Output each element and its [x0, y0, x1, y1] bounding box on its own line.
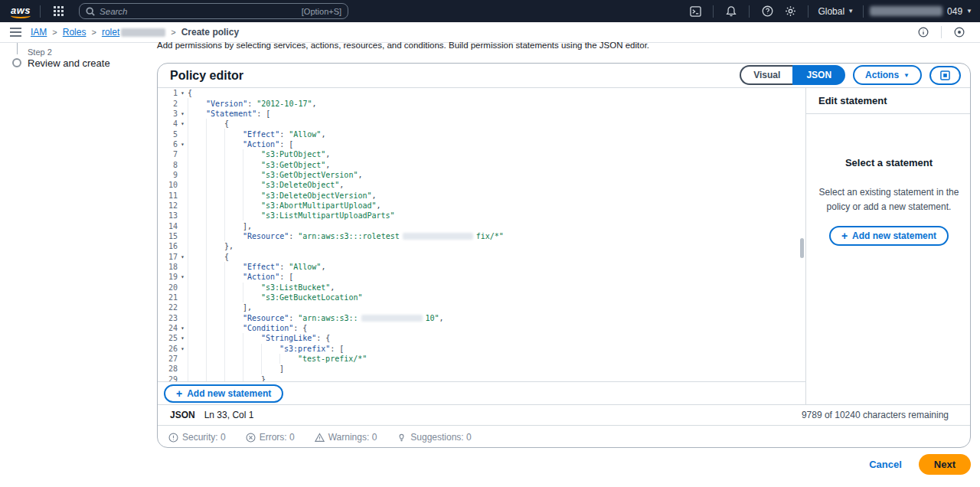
code-line[interactable]: 28]: [158, 364, 805, 374]
breadcrumb-roles[interactable]: Roles: [63, 27, 87, 38]
code-line[interactable]: 24▾"Condition": {: [158, 323, 805, 333]
code-line[interactable]: 20"s3:ListBucket",: [158, 283, 805, 293]
cloudshell-icon[interactable]: [684, 3, 707, 20]
code-line[interactable]: 14],: [158, 221, 805, 230]
breadcrumb-bar: IAM > Roles > rolet > Create policy: [0, 22, 980, 43]
editor-mode-toggle: Visual JSON: [740, 65, 845, 85]
code-line[interactable]: 3▾"Statement": [: [158, 109, 805, 119]
json-code-editor[interactable]: 1▾{2"Version": "2012-10-17",3▾"Statement…: [158, 88, 805, 381]
maximize-editor-button[interactable]: [929, 66, 961, 85]
warnings-count[interactable]: Warnings: 0: [315, 432, 377, 443]
step-name[interactable]: Review and create: [28, 57, 110, 69]
code-line[interactable]: 22],: [158, 302, 805, 312]
region-label: Global: [818, 6, 844, 17]
chevron-down-icon: ▼: [903, 72, 910, 79]
code-line[interactable]: 29}: [158, 374, 805, 381]
select-statement-empty-state: Select a statement Select an existing st…: [806, 157, 971, 246]
code-line[interactable]: 4▾{: [158, 119, 805, 129]
code-line[interactable]: 16},: [158, 241, 805, 251]
fold-arrow-icon[interactable]: ▾: [178, 253, 188, 260]
chevron-down-icon: ▼: [848, 8, 854, 15]
divider: [806, 113, 971, 114]
maximize-icon: [940, 70, 950, 80]
code-line[interactable]: 5"Effect": "Allow",: [158, 129, 805, 139]
code-line[interactable]: 12"s3:AbortMultipartUpload",: [158, 201, 805, 211]
preferences-circle-icon[interactable]: [948, 24, 971, 41]
code-line[interactable]: 2"Version": "2012-10-17",: [158, 98, 805, 108]
editor-scrollbar[interactable]: [800, 238, 804, 258]
search-icon: [86, 7, 95, 16]
fold-arrow-icon[interactable]: ▾: [178, 90, 188, 96]
code-line[interactable]: 18"Effect": "Allow",: [158, 262, 805, 272]
help-icon[interactable]: [756, 3, 779, 20]
divider: [40, 5, 41, 18]
account-menu[interactable]: 049 ▼: [870, 6, 972, 17]
warnings-icon: [315, 433, 325, 443]
code-line[interactable]: 15"Resource": "arn:aws:s3:::roletestfix/…: [158, 231, 805, 241]
fold-arrow-icon[interactable]: ▾: [178, 273, 188, 280]
search-placeholder: Search: [100, 7, 302, 16]
policy-editor-header: Policy editor Visual JSON Actions ▼: [158, 64, 970, 87]
fold-arrow-icon[interactable]: ▾: [178, 345, 188, 352]
add-new-statement-button[interactable]: + Add new statement: [164, 384, 283, 403]
region-selector[interactable]: Global ▼: [815, 6, 857, 17]
search-input[interactable]: Search [Option+S]: [79, 3, 348, 19]
visual-toggle-button[interactable]: Visual: [740, 65, 792, 85]
edit-statement-panel: Edit statement Select a statement Select…: [806, 88, 971, 404]
actions-label: Actions: [865, 70, 899, 80]
suggestions-count[interactable]: Suggestions: 0: [397, 432, 471, 443]
plus-icon: +: [841, 232, 848, 240]
notifications-bell-icon[interactable]: [720, 3, 743, 20]
panel-add-new-statement-button[interactable]: + Add new statement: [829, 226, 949, 246]
code-line[interactable]: 23"Resource": "arn:aws:s3::10",: [158, 313, 805, 323]
code-line[interactable]: 10"s3:DeleteObject",: [158, 180, 805, 190]
role-name-redacted: [121, 28, 165, 37]
code-line[interactable]: 27"test-prefix/*": [158, 354, 805, 364]
breadcrumb-iam[interactable]: IAM: [31, 27, 47, 38]
info-icon[interactable]: [912, 24, 935, 41]
fold-arrow-icon[interactable]: ▾: [178, 141, 188, 148]
code-lines: 1▾{2"Version": "2012-10-17",3▾"Statement…: [158, 88, 805, 381]
permissions-intro-text: Add permissions by selecting services, a…: [157, 41, 649, 50]
step-number-label: Step 2: [28, 47, 52, 57]
json-toggle-button[interactable]: JSON: [792, 65, 845, 85]
page: aws Search [Option+S]: [0, 0, 980, 487]
code-line[interactable]: 26▾"s3:prefix": [: [158, 344, 805, 354]
actions-dropdown-button[interactable]: Actions ▼: [853, 65, 922, 85]
security-findings[interactable]: Security: 0: [168, 432, 226, 443]
fold-arrow-icon[interactable]: ▾: [178, 325, 188, 332]
validation-bar: Security: 0 Errors: 0 Warnings: 0 Sugges…: [158, 425, 970, 448]
divider: [749, 5, 750, 18]
code-line[interactable]: 13"s3:ListMultipartUploadParts": [158, 211, 805, 221]
code-line[interactable]: 21"s3:GetBucketLocation": [158, 293, 805, 302]
breadcrumb-role[interactable]: rolet: [102, 27, 165, 38]
breadcrumb: IAM > Roles > rolet > Create policy: [31, 27, 239, 38]
redacted-text: [403, 233, 473, 240]
editor-status-bar: JSON Ln 33, Col 1 9789 of 10240 characte…: [158, 404, 970, 425]
code-line[interactable]: 17▾{: [158, 252, 805, 262]
code-line[interactable]: 6▾"Action": [: [158, 139, 805, 149]
add-statement-bar: + Add new statement: [158, 381, 805, 404]
account-suffix: 049: [947, 6, 962, 17]
apps-grid-icon[interactable]: [47, 3, 70, 20]
code-line[interactable]: 11"s3:DeleteObjectVersion",: [158, 190, 805, 200]
step-radio-icon: [12, 58, 21, 67]
code-line[interactable]: 25▾"StringLike": {: [158, 333, 805, 343]
code-line[interactable]: 19▾"Action": [: [158, 272, 805, 282]
code-line[interactable]: 1▾{: [158, 88, 805, 98]
divider: [863, 5, 864, 18]
fold-arrow-icon[interactable]: ▾: [178, 120, 188, 127]
next-button[interactable]: Next: [919, 454, 971, 475]
cancel-button[interactable]: Cancel: [869, 459, 902, 470]
errors-count[interactable]: Errors: 0: [246, 432, 295, 443]
breadcrumb-current: Create policy: [181, 27, 239, 38]
settings-gear-icon[interactable]: [779, 3, 802, 20]
aws-logo-icon[interactable]: aws: [9, 5, 34, 18]
hamburger-menu-icon[interactable]: [0, 28, 31, 37]
code-line[interactable]: 7"s3:PutObject",: [158, 149, 805, 159]
fold-arrow-icon[interactable]: ▾: [178, 110, 188, 117]
code-line[interactable]: 9"s3:GetObjectVersion",: [158, 170, 805, 180]
fold-arrow-icon[interactable]: ▾: [178, 335, 188, 342]
code-line[interactable]: 8"s3:GetObject",: [158, 159, 805, 169]
wizard-footer: Cancel Next: [0, 454, 971, 475]
